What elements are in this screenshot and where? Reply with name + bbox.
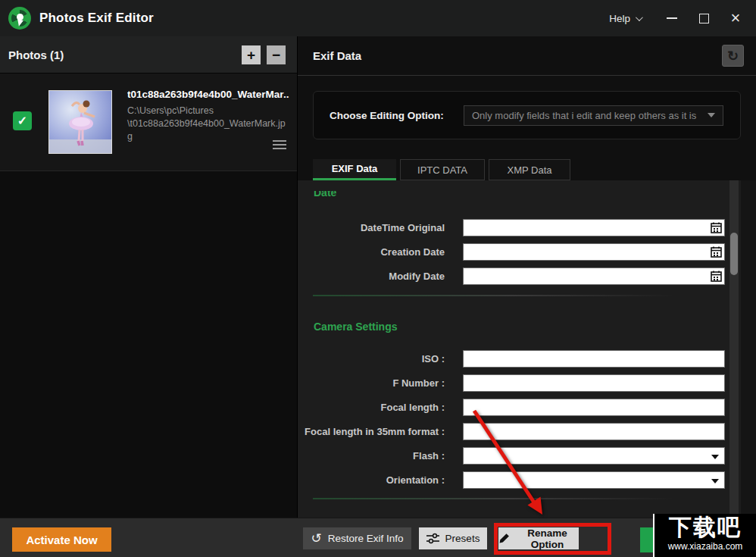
tab-xmp-data[interactable]: XMP Data — [489, 159, 570, 180]
watermark-url: www.xiazaiba.com — [668, 541, 743, 552]
modify-date-input[interactable] — [463, 268, 725, 285]
flash-select[interactable] — [463, 447, 725, 465]
field-row-focal-length-35mm: Focal length in 35mm format : — [298, 423, 756, 440]
date-section-title: Date — [314, 191, 756, 200]
field-row-focal-length: Focal length : — [298, 399, 756, 416]
field-row-flash: Flash : — [298, 447, 756, 465]
photo-checkbox[interactable]: ✓ — [13, 111, 32, 130]
watermark: 下载吧 www.xiazaiba.com — [653, 514, 756, 557]
chevron-down-icon — [708, 113, 715, 117]
calendar-icon[interactable] — [711, 246, 722, 261]
close-icon: × — [731, 11, 741, 26]
focal-length-input[interactable] — [463, 399, 725, 416]
calendar-icon[interactable] — [711, 271, 722, 285]
section-divider — [313, 295, 675, 296]
datetime-original-input[interactable] — [463, 219, 725, 236]
camera-settings-title: Camera Settings — [314, 321, 756, 334]
app-title: Photos Exif Editor — [39, 11, 154, 26]
focal-length-35mm-input[interactable] — [463, 423, 725, 440]
editing-option-dropdown[interactable]: Only modify fields that i edit and keep … — [464, 105, 723, 126]
restore-exif-info-button[interactable]: ↺ Restore Exif Info — [303, 527, 411, 549]
presets-button[interactable]: Presets — [419, 527, 487, 549]
restore-icon: ↺ — [311, 532, 321, 545]
iso-input[interactable] — [463, 350, 725, 368]
field-label: F Number : — [298, 377, 445, 389]
photo-filepath: C:\Users\pc\Pictures\t01c88a263b9f4e4b00… — [127, 105, 289, 143]
field-row-iso: ISO : — [298, 350, 756, 368]
editing-option-panel: Choose Editing Option: Only modify field… — [313, 91, 741, 139]
field-label: Focal length in 35mm format : — [298, 426, 445, 437]
app-window: Photos Exif Editor Help × Photos (1) + −… — [0, 0, 756, 557]
photo-list-item[interactable]: ✓ — [0, 74, 297, 171]
photo-item-menu-icon[interactable] — [273, 140, 286, 152]
field-row-datetime-original: DateTime Original — [298, 219, 756, 236]
chevron-down-icon — [711, 455, 719, 459]
rename-option-button[interactable]: Rename Option — [498, 527, 579, 549]
field-row-modify-date: Modify Date — [298, 268, 756, 285]
remove-photos-button[interactable]: − — [267, 45, 286, 64]
sliders-icon — [426, 533, 439, 544]
exif-data-header: Exif Data ↻ — [298, 36, 756, 76]
field-row-orientation: Orientation : — [298, 471, 756, 489]
field-label: ISO : — [298, 353, 445, 365]
field-label: Flash : — [298, 450, 445, 462]
photos-count-title: Photos (1) — [8, 49, 64, 61]
activate-now-button[interactable]: Activate Now — [12, 527, 111, 552]
maximize-button[interactable] — [692, 7, 715, 30]
exif-data-title: Exif Data — [313, 49, 361, 62]
field-label: Creation Date — [298, 246, 445, 258]
help-menu[interactable]: Help — [609, 13, 641, 24]
photo-filename: t01c88a263b9f4e4b00_WaterMar... — [127, 89, 289, 100]
minimize-button[interactable] — [661, 7, 683, 30]
refresh-button[interactable]: ↻ — [722, 45, 744, 67]
pencil-icon — [498, 533, 510, 544]
photos-panel: Photos (1) + − ✓ — [0, 36, 298, 518]
tab-exif-data[interactable]: EXIF Data — [313, 159, 396, 180]
minimize-icon — [667, 17, 677, 19]
editing-option-label: Choose Editing Option: — [330, 110, 444, 121]
help-label: Help — [609, 13, 630, 24]
orientation-select[interactable] — [463, 471, 725, 489]
exif-data-panel: Exif Data ↻ Choose Editing Option: Only … — [298, 36, 756, 518]
metadata-tabbar: EXIF Data IPTC DATA XMP Data — [313, 159, 756, 180]
field-label: Modify Date — [298, 271, 445, 282]
bottom-toolbar: Activate Now ↺ Restore Exif Info Presets… — [0, 518, 756, 557]
vertical-scrollbar[interactable] — [729, 180, 739, 516]
editing-option-value: Only modify fields that i edit and keep … — [472, 110, 708, 121]
maximize-icon — [699, 14, 709, 23]
close-button[interactable]: × — [724, 7, 747, 30]
field-label: DateTime Original — [298, 222, 445, 233]
section-divider — [313, 498, 675, 499]
scrollbar-thumb[interactable] — [730, 233, 738, 275]
exif-fields-content: Date DateTime Original Creation Date — [298, 180, 756, 518]
app-logo-icon — [8, 7, 31, 30]
calendar-icon[interactable] — [711, 222, 722, 236]
f-number-input[interactable] — [463, 374, 725, 392]
photos-panel-header: Photos (1) + − — [0, 36, 297, 74]
add-photos-button[interactable]: + — [242, 45, 261, 64]
field-row-f-number: F Number : — [298, 374, 756, 392]
refresh-icon: ↻ — [727, 48, 739, 64]
creation-date-input[interactable] — [463, 243, 725, 261]
title-bar: Photos Exif Editor Help × — [0, 0, 756, 36]
watermark-title: 下载吧 — [669, 514, 742, 541]
field-row-creation-date: Creation Date — [298, 243, 756, 261]
chevron-down-icon — [636, 14, 643, 21]
field-label: Focal length : — [298, 402, 445, 413]
tab-iptc-data[interactable]: IPTC DATA — [400, 159, 485, 180]
chevron-down-icon — [711, 479, 719, 483]
photo-thumbnail — [48, 90, 112, 154]
field-label: Orientation : — [298, 474, 445, 486]
